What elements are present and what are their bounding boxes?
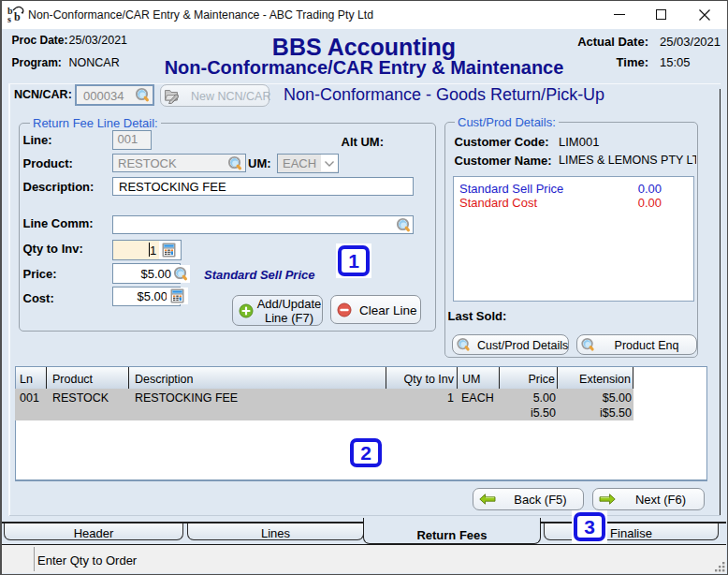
- svg-text:b: b: [14, 10, 21, 23]
- svg-text:s: s: [7, 14, 11, 24]
